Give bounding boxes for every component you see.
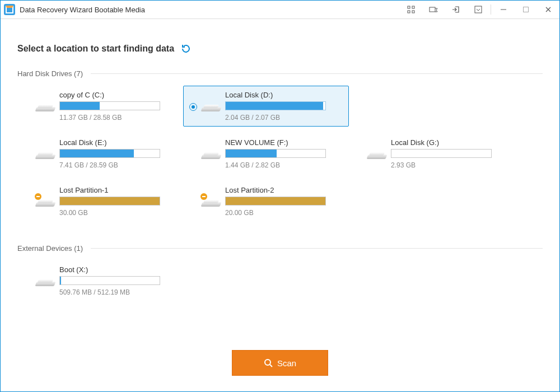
drive-item-f[interactable]: NEW VOLUME (F:) 1.44 GB / 2.82 GB — [183, 133, 349, 174]
section-hard-disk: Hard Disk Drives (7) copy of C (C:) 11.3… — [17, 69, 543, 228]
scan-button[interactable]: Scan — [232, 350, 328, 376]
drive-name: Boot (X:) — [59, 265, 177, 274]
section-header: Hard Disk Drives (7) — [17, 69, 543, 78]
drive-grid-external: Boot (X:) 509.76 MB / 512.19 MB — [17, 260, 543, 308]
drive-size: 30.00 GB — [59, 209, 177, 217]
drive-item-d[interactable]: Local Disk (D:) 2.04 GB / 2.07 GB — [183, 86, 349, 127]
close-button[interactable] — [537, 1, 559, 18]
titlebar-separator — [491, 4, 491, 15]
titlebar-dropdown-icon[interactable] — [467, 1, 489, 18]
drive-name: Local Disk (D:) — [225, 91, 343, 99]
usage-bar — [225, 149, 326, 158]
section-divider — [91, 73, 543, 74]
drive-item-lost2[interactable]: Lost Partition-2 20.00 GB — [183, 181, 349, 222]
page-heading: Select a location to start finding data — [17, 44, 174, 54]
drive-name: Lost Partition-2 — [225, 186, 343, 194]
drive-name: Local Disk (G:) — [391, 138, 508, 147]
svg-rect-2 — [408, 11, 410, 13]
disk-icon — [36, 147, 55, 161]
app-icon — [4, 4, 15, 15]
minimize-button[interactable] — [492, 1, 515, 18]
drive-name: copy of C (C:) — [59, 91, 177, 99]
drive-size: 1.44 GB / 2.82 GB — [225, 161, 343, 169]
heading-row: Select a location to start finding data — [17, 44, 543, 54]
drive-size: 509.76 MB / 512.19 MB — [59, 288, 177, 296]
usage-bar — [59, 197, 160, 206]
lost-partition-icon — [36, 194, 55, 209]
usage-bar — [59, 149, 160, 158]
usage-bar — [225, 101, 326, 110]
svg-rect-1 — [412, 6, 414, 8]
titlebar-login-icon[interactable] — [445, 1, 467, 18]
content-area: Select a location to start finding data … — [1, 19, 559, 308]
svg-rect-4 — [430, 7, 435, 12]
drive-size: 20.00 GB — [225, 209, 343, 217]
scan-label: Scan — [277, 358, 296, 368]
drive-name: NEW VOLUME (F:) — [225, 138, 343, 147]
section-header: External Devices (1) — [17, 244, 543, 253]
drive-item-c[interactable]: copy of C (C:) 11.37 GB / 28.58 GB — [17, 86, 183, 127]
usage-bar — [391, 149, 492, 158]
disk-icon — [367, 147, 386, 161]
drive-name: Lost Partition-1 — [59, 186, 177, 194]
titlebar-language-icon[interactable] — [422, 1, 445, 18]
section-title: Hard Disk Drives (7) — [17, 69, 83, 78]
titlebar: Data Recovery Wizard Bootable Media — [1, 1, 559, 19]
drive-item-lost1[interactable]: Lost Partition-1 30.00 GB — [17, 181, 183, 222]
drive-size: 2.93 GB — [391, 161, 508, 169]
usage-bar — [59, 276, 160, 285]
svg-rect-5 — [475, 6, 482, 13]
svg-line-9 — [270, 365, 272, 367]
svg-point-8 — [265, 360, 270, 365]
section-divider — [91, 248, 543, 249]
drive-name: Local Disk (E:) — [59, 138, 177, 147]
radio-selected-icon — [189, 103, 197, 111]
svg-rect-7 — [524, 7, 529, 12]
search-icon — [264, 358, 273, 367]
app-title: Data Recovery Wizard Bootable Media — [20, 6, 145, 14]
usage-bar — [59, 101, 160, 110]
scan-row: Scan — [1, 350, 559, 376]
app-window: Data Recovery Wizard Bootable Media Sele… — [0, 0, 560, 392]
maximize-button[interactable] — [515, 1, 537, 18]
drive-grid-hard-disk: copy of C (C:) 11.37 GB / 28.58 GB Local… — [17, 86, 543, 228]
drive-size: 2.04 GB / 2.07 GB — [225, 114, 343, 122]
drive-size: 7.41 GB / 28.59 GB — [59, 161, 177, 169]
disk-icon — [36, 274, 55, 288]
svg-rect-3 — [412, 11, 414, 13]
drive-item-g[interactable]: Local Disk (G:) 2.93 GB — [349, 133, 515, 174]
svg-rect-0 — [408, 6, 410, 8]
titlebar-grid-icon[interactable] — [400, 1, 422, 18]
drive-item-boot-x[interactable]: Boot (X:) 509.76 MB / 512.19 MB — [17, 260, 183, 301]
warning-badge-icon — [200, 193, 207, 200]
warning-badge-icon — [35, 193, 41, 200]
drive-item-e[interactable]: Local Disk (E:) 7.41 GB / 28.59 GB — [17, 133, 183, 174]
lost-partition-icon — [202, 194, 221, 209]
drive-size: 11.37 GB / 28.58 GB — [59, 114, 177, 122]
disk-icon — [202, 147, 221, 161]
usage-bar — [225, 197, 326, 206]
section-title: External Devices (1) — [17, 244, 83, 253]
disk-icon — [36, 99, 55, 114]
refresh-button[interactable] — [181, 44, 191, 54]
section-external: External Devices (1) Boot (X:) 509.76 MB… — [17, 244, 543, 308]
disk-icon — [202, 99, 221, 114]
